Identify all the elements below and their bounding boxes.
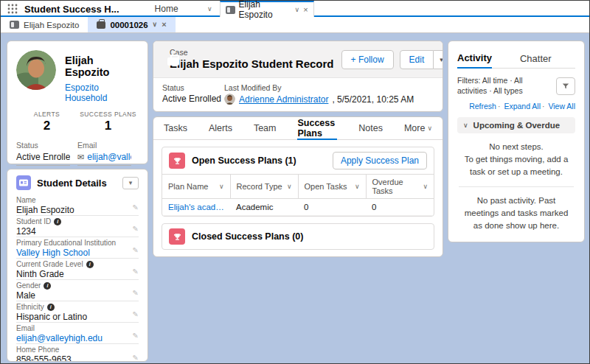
refresh-link[interactable]: Refresh xyxy=(469,102,496,111)
panel-title: Open Success Plans (1) xyxy=(192,155,326,166)
expand-all-link[interactable]: Expand All xyxy=(504,102,541,111)
last-modified-field: Last Modified By Adrienne Administrator … xyxy=(224,83,414,105)
activity-card: Activity Chatter Filters: All time · All… xyxy=(448,41,585,242)
field-value: 1234 xyxy=(16,226,139,237)
overdue-tasks-cell: 0 xyxy=(366,199,434,216)
no-past-activity-message: No past activity. Past meetings and task… xyxy=(457,195,575,231)
field-value: Active Enrolled xyxy=(162,94,224,104)
chevron-down-icon[interactable]: ∨ xyxy=(219,183,224,190)
contact-status-field: Status Active Enrolled xyxy=(16,141,77,166)
table-row: Elijah's academic Suc... Academic 0 0 xyxy=(162,199,434,216)
nav-tab-home[interactable]: Home ∨ xyxy=(146,1,220,17)
link-separator: · xyxy=(542,102,545,111)
household-link[interactable]: Espozito Household xyxy=(65,83,139,103)
info-icon[interactable]: i xyxy=(47,304,55,311)
field-label: Current Grade Level xyxy=(16,260,83,269)
case-highlights-card: Case Elijah Espozito Student Record + Fo… xyxy=(153,41,443,112)
edit-pencil-icon[interactable]: ✎ xyxy=(133,267,139,276)
subtab-case-00001026[interactable]: 00001026 ∨ × xyxy=(88,17,175,32)
subtab-label: Elijah Espozito xyxy=(24,21,79,29)
edit-pencil-icon[interactable]: ✎ xyxy=(133,203,139,211)
case-briefcase-icon xyxy=(97,21,105,29)
column-header-record-type[interactable]: Record Type∨ xyxy=(230,175,298,199)
no-next-steps-message: No next steps. To get things moving, add… xyxy=(457,141,575,178)
record-main-region: Case Elijah Espozito Student Record + Fo… xyxy=(153,41,443,257)
edit-pencil-icon[interactable]: ✎ xyxy=(133,225,139,233)
column-label: Record Type xyxy=(237,182,282,191)
tab-more[interactable]: More ∨ xyxy=(404,117,432,139)
close-icon[interactable]: × xyxy=(303,6,308,14)
plan-name-link[interactable]: Elijah's academic Suc... xyxy=(162,199,230,216)
edit-dropdown-button[interactable]: ▾ xyxy=(434,50,443,69)
stat-success-plans[interactable]: SUCCESS PLANS 1 xyxy=(77,111,139,133)
edit-pencil-icon[interactable]: ✎ xyxy=(133,354,139,362)
field-value: Hispanic or Latino xyxy=(16,312,139,323)
case-heading: Case Elijah Espozito Student Record xyxy=(170,48,334,71)
info-icon[interactable]: i xyxy=(86,261,94,268)
chevron-down-icon[interactable]: ∨ xyxy=(355,183,360,190)
chevron-down-icon[interactable]: ∨ xyxy=(153,21,158,28)
chevron-down-icon[interactable]: ∨ xyxy=(295,7,300,13)
upcoming-overdue-section-header[interactable]: ∨ Upcoming & Overdue xyxy=(457,117,575,133)
column-header-open-tasks[interactable]: Open Tasks∨ xyxy=(298,175,366,199)
chevron-down-icon[interactable]: ∨ xyxy=(207,6,212,13)
global-nav-bar: Student Success H... Home ∨ Elijah Espoz… xyxy=(1,1,589,17)
column-header-overdue-tasks[interactable]: Overdue Tasks∨ xyxy=(366,175,434,199)
caret-down-icon: ▾ xyxy=(440,56,443,63)
field-value: Male xyxy=(16,290,139,301)
close-icon[interactable]: × xyxy=(162,21,166,29)
app-name: Student Success H... xyxy=(24,1,137,17)
filter-button[interactable] xyxy=(556,77,575,95)
contact-name: Elijah Espozito xyxy=(65,55,139,78)
column-header-plan-name[interactable]: Plan Name∨ xyxy=(162,175,230,199)
record-title: Elijah Espozito Student Record xyxy=(170,57,334,70)
chevron-down-icon[interactable]: ∨ xyxy=(287,183,292,190)
stat-value: 2 xyxy=(16,119,77,133)
activity-action-links: Refresh· Expand All· View All xyxy=(457,102,575,111)
info-icon[interactable]: i xyxy=(54,218,61,225)
detail-field-grade-level: Current Grade Level i Ninth Grade ✎ xyxy=(16,259,139,280)
edit-pencil-icon[interactable]: ✎ xyxy=(133,246,139,254)
contact-summary-card: Elijah Espozito Espozito Household ALERT… xyxy=(7,41,148,164)
envelope-icon: ✉ xyxy=(77,153,84,162)
modifier-name-link[interactable]: Adrienne Administrator xyxy=(239,94,328,105)
record-type-cell: Academic xyxy=(230,199,298,216)
activity-sidebar: Activity Chatter Filters: All time · All… xyxy=(448,41,585,242)
tab-success-plans[interactable]: Success Plans xyxy=(297,117,337,140)
entity-label: Case xyxy=(170,48,334,57)
email-link[interactable]: elijah@valley... xyxy=(87,152,131,162)
tab-activity[interactable]: Activity xyxy=(457,49,492,69)
contact-stats: ALERTS 2 SUCCESS PLANS 1 xyxy=(16,111,139,133)
tab-chatter[interactable]: Chatter xyxy=(520,49,552,68)
divider xyxy=(459,186,574,187)
edit-pencil-icon[interactable]: ✎ xyxy=(133,289,139,297)
edit-pencil-icon[interactable]: ✎ xyxy=(133,332,139,340)
field-value-link[interactable]: Valley High School xyxy=(16,248,139,259)
app-launcher-waffle-icon[interactable] xyxy=(1,1,24,17)
edit-pencil-icon[interactable]: ✎ xyxy=(133,310,139,318)
contact-identity: Elijah Espozito Espozito Household xyxy=(65,50,139,103)
info-icon[interactable]: i xyxy=(44,282,51,290)
email-value-row[interactable]: ✉ elijah@valley... xyxy=(77,150,131,166)
stat-alerts[interactable]: ALERTS 2 xyxy=(16,111,77,133)
chevron-down-icon[interactable]: ∨ xyxy=(423,183,428,190)
tab-tasks[interactable]: Tasks xyxy=(164,117,187,139)
tab-notes[interactable]: Notes xyxy=(358,117,383,139)
waffle-dots xyxy=(7,4,18,14)
field-label: Status xyxy=(16,141,70,150)
tab-alerts[interactable]: Alerts xyxy=(209,117,232,139)
subtab-label: 00001026 xyxy=(110,21,148,29)
chevron-down-icon: ∨ xyxy=(427,125,432,132)
card-actions-menu-button[interactable]: ▾ xyxy=(122,177,139,189)
field-value-link[interactable]: elijah@valleyhigh.edu xyxy=(16,333,139,344)
field-label: Home Phone xyxy=(16,346,59,354)
edit-button[interactable]: Edit xyxy=(400,50,434,69)
view-all-link[interactable]: View All xyxy=(548,102,575,111)
detail-field-institution: Primary Educational Institution Valley H… xyxy=(16,237,139,259)
student-avatar xyxy=(16,50,56,90)
tab-team[interactable]: Team xyxy=(254,117,277,139)
subtab-elijah-espozito[interactable]: Elijah Espozito xyxy=(1,17,88,32)
nav-tab-elijah-espozito[interactable]: Elijah Espozito ∨ × xyxy=(220,1,314,17)
follow-button[interactable]: + Follow xyxy=(341,50,394,69)
apply-success-plan-button[interactable]: Apply Success Plan xyxy=(333,152,427,169)
